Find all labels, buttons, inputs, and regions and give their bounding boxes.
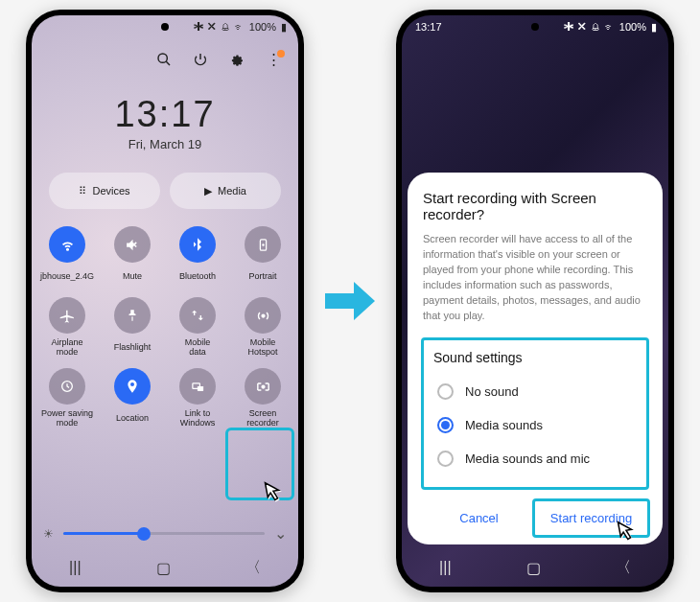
- pointer-cursor-icon: [611, 519, 640, 554]
- bt-icon: [179, 226, 216, 263]
- qs-toggle-loc[interactable]: Location: [101, 364, 164, 429]
- qs-label: Bluetooth: [179, 266, 216, 288]
- radio-label: Media sounds and mic: [465, 452, 590, 466]
- gear-icon[interactable]: [229, 52, 245, 67]
- search-icon[interactable]: [156, 52, 172, 67]
- devices-chip[interactable]: ⠿Devices: [49, 173, 160, 209]
- qs-label: jbhouse_2.4G: [40, 266, 94, 288]
- radio-label: No sound: [465, 384, 519, 399]
- sound-option-1[interactable]: Media sounds: [430, 408, 641, 442]
- phone-right: 13:17 ✱ ✕ 🕭 ᯤ 100% ▮ Start recording wit…: [396, 10, 674, 592]
- battery-icon: ▮: [651, 21, 657, 34]
- back-button[interactable]: 〈: [616, 558, 631, 578]
- battery-icon: ▮: [281, 21, 287, 34]
- sound-settings-title: Sound settings: [430, 350, 641, 365]
- sound-settings-box: Sound settings No soundMedia soundsMedia…: [421, 337, 649, 490]
- dialog-body: Screen recorder will have access to all …: [423, 232, 647, 324]
- qs-toggle-plane[interactable]: Airplanemode: [35, 293, 99, 359]
- radio-icon: [437, 451, 454, 467]
- svg-point-0: [158, 54, 167, 62]
- camera-hole: [531, 23, 539, 31]
- qs-label: Portrait: [248, 266, 276, 288]
- qs-toggle-psm[interactable]: Power savingmode: [35, 364, 99, 429]
- flash-icon: [114, 297, 151, 334]
- clock-date: Fri, March 19: [32, 137, 298, 151]
- camera-hole: [161, 23, 169, 31]
- radio-icon: [437, 383, 454, 400]
- power-icon[interactable]: [193, 52, 208, 67]
- qs-label: Mobiledata: [185, 337, 211, 359]
- flow-arrow-icon: [321, 272, 379, 330]
- qs-toggle-flash[interactable]: Flashlight: [101, 293, 164, 359]
- radio-label: Media sounds: [465, 418, 543, 432]
- qs-toggle-wifi[interactable]: jbhouse_2.4G: [35, 222, 99, 288]
- more-icon[interactable]: ⋮: [266, 52, 281, 67]
- dialog-title: Start recording with Screen recorder?: [423, 190, 647, 222]
- qs-toggle-rec[interactable]: Screenrecorder: [231, 364, 294, 429]
- qs-toggle-bt[interactable]: Bluetooth: [166, 222, 229, 288]
- qs-toggle-link[interactable]: Link toWindows: [166, 364, 229, 429]
- recents-button[interactable]: |||: [439, 559, 451, 576]
- home-button[interactable]: ▢: [156, 559, 171, 577]
- svg-point-7: [262, 385, 265, 388]
- qs-toggle-mute[interactable]: Mute: [101, 222, 164, 288]
- back-button[interactable]: 〈: [245, 558, 261, 578]
- nav-bar: ||| ▢ 〈: [32, 548, 298, 587]
- loc-icon: [114, 368, 151, 405]
- screen-recorder-dialog: Start recording with Screen recorder? Sc…: [408, 173, 663, 544]
- qs-label: Mute: [123, 266, 142, 288]
- phone-left: ✱ ✕ 🕭 ᯤ 100% ▮ ⋮ 13:17 Fri, March 19 ⠿De…: [26, 10, 304, 592]
- radio-icon: [437, 417, 454, 433]
- qs-label: Location: [116, 408, 149, 429]
- qs-label: Flashlight: [114, 337, 152, 359]
- brightness-slider[interactable]: ☀ ⌄: [43, 524, 287, 543]
- qs-label: Screenrecorder: [246, 408, 279, 429]
- rec-icon: [245, 368, 281, 405]
- qs-label: Link toWindows: [180, 408, 216, 429]
- status-icons: ✱ ✕ 🕭 ᯤ: [194, 21, 245, 33]
- qs-label: MobileHotspot: [247, 337, 277, 359]
- sound-option-2[interactable]: Media sounds and mic: [430, 442, 641, 475]
- mdata-icon: [179, 297, 216, 334]
- qs-label: Power savingmode: [41, 408, 93, 429]
- panel-top-icons: ⋮: [32, 38, 298, 71]
- expand-icon[interactable]: ⌄: [274, 524, 287, 543]
- qs-label: Airplanemode: [51, 337, 82, 359]
- battery-pct: 100%: [619, 21, 646, 33]
- svg-rect-6: [197, 385, 202, 390]
- qs-toggle-portrait[interactable]: Portrait: [231, 222, 294, 288]
- pointer-cursor-icon: [258, 479, 287, 515]
- home-button[interactable]: ▢: [526, 559, 541, 577]
- clock: 13:17 Fri, March 19: [32, 94, 298, 151]
- portrait-icon: [245, 226, 281, 263]
- mute-icon: [114, 226, 151, 263]
- cancel-button[interactable]: Cancel: [423, 501, 535, 535]
- qs-toggle-hotspot[interactable]: MobileHotspot: [231, 293, 294, 359]
- brightness-icon: ☀: [43, 527, 54, 541]
- svg-point-2: [262, 243, 263, 244]
- link-icon: [179, 368, 216, 405]
- hotspot-icon: [245, 297, 281, 334]
- status-icons: ✱ ✕ 🕭 ᯤ: [564, 21, 615, 33]
- psm-icon: [49, 368, 85, 405]
- status-time: 13:17: [415, 21, 442, 33]
- sound-option-0[interactable]: No sound: [430, 375, 641, 408]
- wifi-icon: [49, 226, 85, 263]
- clock-time: 13:17: [32, 94, 298, 135]
- plane-icon: [49, 297, 85, 334]
- nav-bar: ||| ▢ 〈: [402, 548, 668, 587]
- recents-button[interactable]: |||: [69, 559, 81, 576]
- battery-pct: 100%: [249, 21, 276, 33]
- qs-toggle-mdata[interactable]: Mobiledata: [166, 293, 229, 359]
- svg-point-3: [262, 314, 265, 317]
- media-chip[interactable]: ▶Media: [170, 173, 281, 209]
